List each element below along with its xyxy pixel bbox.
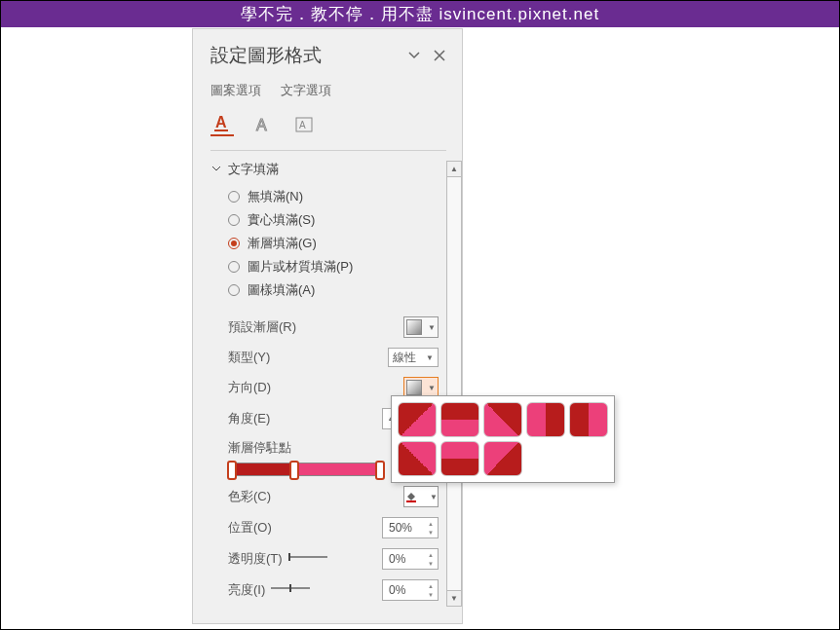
chevron-down-icon xyxy=(210,164,222,175)
label-preset: 預設漸層(R) xyxy=(228,318,403,336)
radio-solid-fill[interactable]: 實心填滿(S) xyxy=(228,211,442,229)
gradient-stop[interactable] xyxy=(289,461,299,480)
watermark-banner: 學不完．教不停．用不盡 isvincent.pixnet.net xyxy=(1,1,839,27)
direction-option[interactable] xyxy=(440,441,479,476)
preset-gradient-dropdown[interactable]: ▼ xyxy=(403,316,439,338)
position-input[interactable]: 50%▲▼ xyxy=(382,517,439,538)
direction-option[interactable] xyxy=(526,402,565,437)
section-text-fill[interactable]: 文字填滿 xyxy=(210,161,442,178)
chevron-down-icon[interactable] xyxy=(407,49,421,62)
panel-title: 設定圖形格式 xyxy=(210,43,322,68)
format-shape-panel: 設定圖形格式 圖案選項 文字選項 A A A ▲ ▼ 文字填滿 無填滿(N xyxy=(192,28,463,624)
brightness-slider[interactable] xyxy=(271,582,310,594)
close-icon[interactable] xyxy=(433,49,446,62)
direction-option[interactable] xyxy=(483,402,522,437)
svg-text:A: A xyxy=(256,117,267,133)
label-angle: 角度(E) xyxy=(228,410,382,427)
svg-text:A: A xyxy=(299,120,306,130)
direction-option[interactable] xyxy=(569,402,608,437)
text-effects-icon[interactable]: A xyxy=(251,113,275,136)
direction-popup xyxy=(391,395,615,483)
transparency-slider[interactable] xyxy=(288,551,327,563)
radio-pattern-fill[interactable]: 圖樣填滿(A) xyxy=(228,281,442,299)
color-dropdown[interactable]: ▼ xyxy=(403,486,439,507)
scrollbar[interactable]: ▲ ▼ xyxy=(446,161,462,607)
radio-picture-fill[interactable]: 圖片或材質填滿(P) xyxy=(228,258,442,276)
svg-text:A: A xyxy=(215,114,227,130)
direction-option[interactable] xyxy=(440,402,479,437)
gradient-stop[interactable] xyxy=(375,461,385,480)
label-color: 色彩(C) xyxy=(228,488,403,505)
radio-no-fill[interactable]: 無填滿(N) xyxy=(228,188,442,205)
scroll-down-icon[interactable]: ▼ xyxy=(447,590,461,606)
text-fill-outline-icon[interactable]: A xyxy=(210,113,234,136)
direction-option[interactable] xyxy=(483,441,522,476)
transparency-input[interactable]: 0%▲▼ xyxy=(382,548,439,570)
label-direction: 方向(D) xyxy=(228,379,403,396)
tab-text-options[interactable]: 文字選項 xyxy=(281,82,331,99)
textbox-icon[interactable]: A xyxy=(292,113,316,136)
direction-option[interactable] xyxy=(398,441,437,476)
gradient-stop[interactable] xyxy=(227,461,237,480)
paint-bucket-icon xyxy=(404,490,418,503)
scroll-up-icon[interactable]: ▲ xyxy=(447,162,461,177)
label-type: 類型(Y) xyxy=(228,349,388,366)
radio-gradient-fill[interactable]: 漸層填滿(G) xyxy=(228,235,442,252)
brightness-input[interactable]: 0%▲▼ xyxy=(382,579,439,601)
gradient-stops-slider[interactable] xyxy=(228,463,384,476)
label-transparency: 透明度(T) xyxy=(228,550,382,568)
type-dropdown[interactable]: 線性▼ xyxy=(388,348,439,367)
label-position: 位置(O) xyxy=(228,519,382,537)
direction-option[interactable] xyxy=(398,402,437,437)
tab-shape-options[interactable]: 圖案選項 xyxy=(210,82,261,99)
label-brightness: 亮度(I) xyxy=(228,581,382,599)
